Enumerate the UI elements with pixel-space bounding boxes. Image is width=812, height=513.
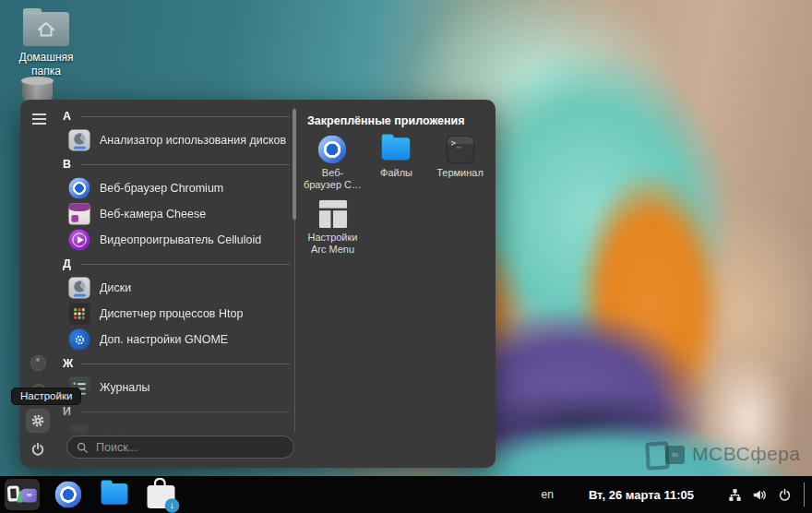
pinned-app-label: НастройкиArc Menu [308, 232, 358, 256]
brand-watermark-text: МСВСфера [692, 443, 800, 465]
pinned-app-icon-box [318, 136, 346, 163]
pinned-app[interactable]: Веб-браузер C… [304, 136, 362, 191]
app-item-label: Веб-камера Cheese [100, 208, 206, 221]
app-item-label: Журналы [100, 381, 150, 394]
brand-logo-icon: ∞ [646, 440, 685, 468]
pinned-apps-grid: Веб-браузер C…Файлы>_ТерминалНастройкиAr… [301, 136, 496, 256]
app-item-label: Диспетчер процессов Htop [100, 307, 243, 320]
taskbar-app-store[interactable] [143, 479, 178, 510]
tweaks-icon [68, 328, 90, 350]
gear-icon [30, 413, 45, 428]
settings-button[interactable] [26, 409, 50, 433]
taskbar-tray: en Вт, 26 марта 11:05 [542, 476, 812, 513]
taskbar-app-mos[interactable]: ∞ [5, 479, 40, 510]
baobab-icon [68, 129, 90, 150]
pinned-app[interactable]: НастройкиArc Menu [308, 200, 358, 256]
app-list: ААнализатор использования дисковВВеб-бра… [57, 105, 295, 437]
chromium-icon [55, 482, 82, 508]
section-divider [81, 164, 290, 165]
pinned-apps-title: Закреплённые приложения [307, 114, 496, 127]
pinned-app-icon-box: >_ [447, 136, 474, 163]
taskbar-app-files[interactable] [97, 479, 132, 510]
chromium-icon [318, 136, 346, 163]
pinned-app-label: Терминал [436, 167, 484, 179]
app-item[interactable]: Диспетчер процессов Htop [57, 301, 295, 327]
section-letter: В [63, 158, 74, 171]
app-item-label: Веб-браузер Chromium [100, 182, 223, 195]
search-bar [66, 435, 294, 459]
files-icon [382, 136, 410, 163]
app-item-label: Видеопроигрыватель Celluloid [100, 233, 261, 246]
search-input[interactable] [94, 440, 284, 455]
app-item[interactable]: Журналы [57, 375, 295, 400]
pinned-app-icon-box [382, 136, 410, 163]
app-item[interactable]: Видеопроигрыватель Celluloid [57, 227, 295, 253]
menu-sidebar [20, 100, 57, 468]
section-divider [81, 264, 290, 265]
pinned-app-label: Файлы [380, 167, 412, 179]
clock[interactable]: Вт, 26 марта 11:05 [589, 488, 694, 502]
network-icon[interactable] [727, 487, 742, 502]
pinned-app-label: Веб-браузер C… [304, 167, 362, 191]
show-desktop-button[interactable] [805, 476, 812, 513]
power-icon [30, 442, 45, 457]
chromium-icon [68, 177, 90, 198]
celluloid-icon [68, 229, 90, 250]
brand-watermark: ∞ МСВСфера [646, 440, 800, 468]
app-item-label: Диски [100, 281, 131, 294]
section-letter: Д [63, 257, 74, 270]
search-icon [77, 442, 88, 453]
section-letter: И [63, 405, 74, 418]
section-divider [81, 116, 290, 117]
app-item[interactable]: Анализатор использования дисков [57, 127, 295, 153]
section-header: В [57, 153, 295, 175]
app-item[interactable]: Веб-камера Cheese [57, 201, 295, 227]
terminal-icon: >_ [446, 136, 473, 163]
desktop-icon-label: Домашняя папка [7, 51, 85, 78]
taskbar: ∞ en Вт, 26 марта 11:05 [0, 476, 812, 513]
app-item[interactable]: Доп. настройки GNOME [57, 327, 295, 352]
section-header: Ж [57, 352, 295, 375]
hamburger-icon[interactable] [32, 113, 46, 125]
app-item-label: Доп. настройки GNOME [100, 333, 228, 346]
section-header: Д [57, 253, 295, 275]
volume-icon[interactable] [752, 487, 767, 502]
mos-icon: ∞ [7, 483, 37, 506]
arcmenu-icon [318, 200, 346, 228]
power-icon[interactable] [777, 487, 792, 502]
settings-tooltip: Настройки [11, 388, 81, 405]
pinned-app-icon-box [319, 200, 347, 228]
desktop-icon-home[interactable]: Домашняя папка [7, 12, 85, 78]
power-button[interactable] [30, 441, 45, 457]
files-icon [102, 482, 128, 508]
pinned-apps-panel: Закреплённые приложения Веб-браузер C…Фа… [301, 100, 496, 468]
taskbar-app-chromium[interactable] [51, 479, 86, 510]
section-header: И [57, 400, 295, 423]
app-item[interactable]: Веб-браузер Chromium [57, 175, 295, 201]
disks-icon [68, 277, 90, 298]
section-divider [81, 364, 290, 364]
home-folder-icon [23, 12, 69, 46]
app-menu: ААнализатор использования дисковВВеб-бра… [20, 100, 496, 468]
desktop: ∞ МСВСфера Домашняя папка [0, 0, 812, 513]
taskbar-apps: ∞ [0, 479, 178, 510]
scrollbar-thumb[interactable] [293, 109, 296, 220]
app-item[interactable]: Диски [57, 275, 295, 301]
app-item-label: Анализатор использования дисков [100, 134, 286, 147]
section-header: А [57, 105, 295, 127]
pinned-app[interactable]: >_Терминал [436, 136, 484, 191]
keyboard-layout-indicator[interactable]: en [542, 488, 554, 501]
htop-icon [68, 303, 90, 324]
pinned-app[interactable]: Файлы [380, 136, 412, 191]
house-glyph-icon [35, 19, 57, 40]
section-letter: Ж [63, 357, 74, 370]
store-icon [147, 485, 174, 508]
avatar-icon[interactable] [30, 355, 46, 371]
section-letter: А [63, 110, 74, 123]
cheese-icon [68, 203, 90, 224]
section-divider [81, 412, 290, 412]
